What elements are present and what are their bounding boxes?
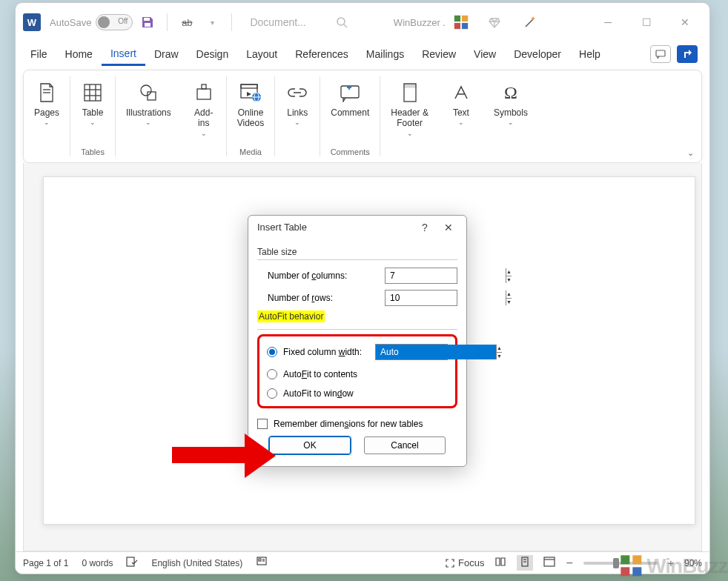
document-title[interactable]: Document... [250,16,305,28]
ribbon-tabs: File Home Insert Draw Design Layout Refe… [16,42,709,67]
columns-spinner[interactable]: ▲▼ [385,268,457,284]
print-layout-icon[interactable] [517,555,533,571]
svg-rect-41 [632,555,641,564]
ribbon: Pages ⌄ Table ⌄ Tables Illustrations [23,70,702,163]
svg-rect-4 [454,16,460,21]
dialog-help-button[interactable]: ? [416,219,434,236]
ribbon-header-footer[interactable]: Header & Footer ⌄ [380,76,439,140]
strikethrough-icon[interactable]: ab [178,13,196,31]
save-icon[interactable] [139,13,156,31]
radio-autofit-contents[interactable] [267,369,277,379]
web-layout-icon[interactable] [543,557,555,569]
tab-home[interactable]: Home [56,44,102,64]
account-avatar-icon[interactable] [453,14,469,30]
svg-line-3 [344,24,347,27]
comments-button[interactable] [650,45,671,63]
rows-spinner[interactable]: ▲▼ [385,290,457,306]
cancel-button[interactable]: Cancel [364,436,446,454]
svg-rect-8 [656,50,665,56]
fixed-width-input[interactable] [376,345,496,359]
svg-rect-6 [454,23,460,29]
tab-insert[interactable]: Insert [102,43,145,66]
annotation-arrow [172,434,276,478]
account-name[interactable]: WinBuzzer . [394,17,446,28]
tab-help[interactable]: Help [570,44,609,64]
qat-overflow-icon[interactable]: ▾ [203,13,221,31]
autosave-toggle[interactable]: Off [96,14,133,30]
radio-fixed-width[interactable] [267,347,277,357]
addins-icon [192,79,216,106]
rows-up[interactable]: ▲ [506,290,512,299]
tab-review[interactable]: Review [413,44,465,64]
ribbon-pages[interactable]: Pages ⌄ [24,76,70,129]
svg-rect-38 [544,557,555,566]
status-page[interactable]: Page 1 of 1 [23,558,68,568]
diamond-icon[interactable] [486,13,503,31]
tab-layout[interactable]: Layout [237,44,286,64]
svg-rect-0 [144,18,150,21]
svg-point-16 [141,85,151,96]
radio-autofit-window[interactable] [267,388,277,399]
maximize-button[interactable]: ☐ [629,9,664,36]
search-icon[interactable] [333,13,351,31]
comment-icon [338,79,362,106]
columns-input[interactable] [385,268,506,283]
dialog-title: Insert Table [257,222,307,233]
ribbon-symbols[interactable]: Ω Symbols ⌄ [483,76,538,140]
accessibility-icon[interactable] [256,557,268,569]
autofit-highlight-box: Fixed column width: ▲▼ AutoFit to conten… [257,334,457,408]
tab-file[interactable]: File [21,44,56,64]
wand-icon[interactable] [521,13,539,31]
winbuzzer-watermark: WinBuzzer [620,554,728,578]
pages-icon [35,79,59,106]
ribbon-text[interactable]: Text ⌄ [439,76,483,140]
insert-table-dialog: Insert Table ? ✕ Table size Number of co… [248,215,467,467]
columns-up[interactable]: ▲ [506,268,512,276]
ribbon-comment[interactable]: Comment [320,76,380,121]
minimize-button[interactable]: ─ [591,9,625,36]
columns-down[interactable]: ▼ [506,276,512,284]
svg-rect-43 [632,567,641,576]
ribbon-table[interactable]: Table ⌄ [70,76,115,129]
ok-button[interactable]: OK [269,436,351,454]
titlebar: W AutoSave Off ab ▾ Document... WinBuzze… [16,3,709,42]
fixed-down[interactable]: ▼ [497,353,502,360]
dialog-close-button[interactable]: ✕ [440,219,457,236]
tab-mailings[interactable]: Mailings [357,44,413,64]
spellcheck-icon[interactable] [126,557,138,569]
ribbon-online-videos[interactable]: Online Videos [227,76,274,132]
svg-rect-29 [404,84,416,87]
svg-rect-19 [202,84,206,89]
ribbon-addins[interactable]: Add- ins ⌄ [182,76,226,140]
symbols-icon: Ω [499,79,523,106]
remember-checkbox[interactable] [257,419,268,429]
read-mode-icon[interactable] [494,557,506,569]
word-app-icon: W [23,13,41,31]
section-table-size: Table size [257,244,457,260]
tab-view[interactable]: View [465,44,505,64]
ribbon-collapse-icon[interactable]: ⌄ [687,148,694,158]
svg-rect-40 [621,555,629,564]
rows-down[interactable]: ▼ [506,299,512,306]
status-words[interactable]: 0 words [82,558,113,568]
zoom-out-button[interactable]: − [566,557,572,570]
ribbon-illustrations[interactable]: Illustrations ⌄ [116,76,182,140]
fixed-width-spinner[interactable]: ▲▼ [375,344,448,360]
svg-rect-1 [145,23,150,27]
links-icon [285,79,309,106]
rows-input[interactable] [385,290,506,305]
tab-developer[interactable]: Developer [505,44,570,64]
status-language[interactable]: English (United States) [151,558,242,568]
svg-rect-7 [462,23,468,29]
close-button[interactable]: ✕ [668,9,702,36]
ribbon-links[interactable]: Links ⌄ [275,76,320,129]
fixed-up[interactable]: ▲ [497,345,502,353]
tab-references[interactable]: References [286,44,357,64]
share-button[interactable] [677,45,698,63]
svg-rect-11 [85,84,101,101]
focus-icon[interactable]: Focus [445,557,484,568]
statusbar: Page 1 of 1 0 words English (United Stat… [16,551,709,574]
tab-design[interactable]: Design [188,44,238,64]
text-icon [449,79,473,106]
tab-draw[interactable]: Draw [145,44,188,64]
